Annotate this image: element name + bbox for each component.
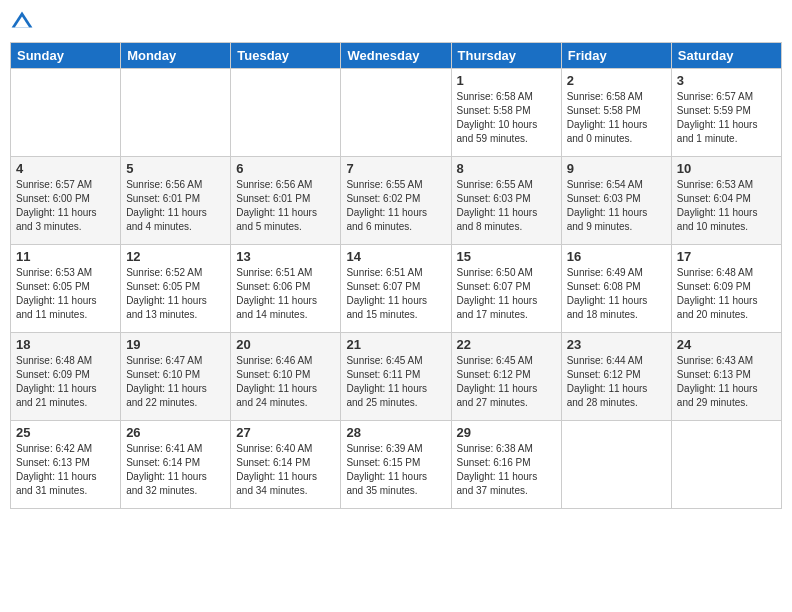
day-number: 22 bbox=[457, 337, 556, 352]
week-row-5: 25Sunrise: 6:42 AM Sunset: 6:13 PM Dayli… bbox=[11, 421, 782, 509]
day-info: Sunrise: 6:48 AM Sunset: 6:09 PM Dayligh… bbox=[16, 354, 115, 410]
day-header-tuesday: Tuesday bbox=[231, 43, 341, 69]
day-number: 9 bbox=[567, 161, 666, 176]
calendar-header-row: SundayMondayTuesdayWednesdayThursdayFrid… bbox=[11, 43, 782, 69]
day-number: 21 bbox=[346, 337, 445, 352]
week-row-3: 11Sunrise: 6:53 AM Sunset: 6:05 PM Dayli… bbox=[11, 245, 782, 333]
day-number: 4 bbox=[16, 161, 115, 176]
day-info: Sunrise: 6:57 AM Sunset: 6:00 PM Dayligh… bbox=[16, 178, 115, 234]
day-number: 10 bbox=[677, 161, 776, 176]
calendar-cell: 18Sunrise: 6:48 AM Sunset: 6:09 PM Dayli… bbox=[11, 333, 121, 421]
calendar-cell: 23Sunrise: 6:44 AM Sunset: 6:12 PM Dayli… bbox=[561, 333, 671, 421]
day-number: 16 bbox=[567, 249, 666, 264]
calendar-cell: 17Sunrise: 6:48 AM Sunset: 6:09 PM Dayli… bbox=[671, 245, 781, 333]
logo-icon bbox=[10, 10, 34, 34]
day-number: 2 bbox=[567, 73, 666, 88]
day-number: 24 bbox=[677, 337, 776, 352]
calendar-cell: 22Sunrise: 6:45 AM Sunset: 6:12 PM Dayli… bbox=[451, 333, 561, 421]
day-number: 1 bbox=[457, 73, 556, 88]
calendar-cell: 24Sunrise: 6:43 AM Sunset: 6:13 PM Dayli… bbox=[671, 333, 781, 421]
day-info: Sunrise: 6:39 AM Sunset: 6:15 PM Dayligh… bbox=[346, 442, 445, 498]
day-number: 23 bbox=[567, 337, 666, 352]
day-number: 7 bbox=[346, 161, 445, 176]
calendar-cell: 28Sunrise: 6:39 AM Sunset: 6:15 PM Dayli… bbox=[341, 421, 451, 509]
day-number: 28 bbox=[346, 425, 445, 440]
day-number: 19 bbox=[126, 337, 225, 352]
day-info: Sunrise: 6:58 AM Sunset: 5:58 PM Dayligh… bbox=[567, 90, 666, 146]
day-number: 3 bbox=[677, 73, 776, 88]
calendar-cell: 27Sunrise: 6:40 AM Sunset: 6:14 PM Dayli… bbox=[231, 421, 341, 509]
calendar-cell: 1Sunrise: 6:58 AM Sunset: 5:58 PM Daylig… bbox=[451, 69, 561, 157]
day-number: 11 bbox=[16, 249, 115, 264]
calendar-cell bbox=[341, 69, 451, 157]
day-info: Sunrise: 6:58 AM Sunset: 5:58 PM Dayligh… bbox=[457, 90, 556, 146]
day-number: 17 bbox=[677, 249, 776, 264]
day-number: 29 bbox=[457, 425, 556, 440]
calendar-cell: 7Sunrise: 6:55 AM Sunset: 6:02 PM Daylig… bbox=[341, 157, 451, 245]
calendar-cell bbox=[671, 421, 781, 509]
calendar-cell: 16Sunrise: 6:49 AM Sunset: 6:08 PM Dayli… bbox=[561, 245, 671, 333]
calendar-cell bbox=[231, 69, 341, 157]
day-number: 25 bbox=[16, 425, 115, 440]
day-header-friday: Friday bbox=[561, 43, 671, 69]
day-header-monday: Monday bbox=[121, 43, 231, 69]
calendar-body: 1Sunrise: 6:58 AM Sunset: 5:58 PM Daylig… bbox=[11, 69, 782, 509]
calendar-cell: 13Sunrise: 6:51 AM Sunset: 6:06 PM Dayli… bbox=[231, 245, 341, 333]
day-number: 26 bbox=[126, 425, 225, 440]
calendar-cell: 8Sunrise: 6:55 AM Sunset: 6:03 PM Daylig… bbox=[451, 157, 561, 245]
week-row-1: 1Sunrise: 6:58 AM Sunset: 5:58 PM Daylig… bbox=[11, 69, 782, 157]
calendar-cell: 12Sunrise: 6:52 AM Sunset: 6:05 PM Dayli… bbox=[121, 245, 231, 333]
day-info: Sunrise: 6:52 AM Sunset: 6:05 PM Dayligh… bbox=[126, 266, 225, 322]
week-row-4: 18Sunrise: 6:48 AM Sunset: 6:09 PM Dayli… bbox=[11, 333, 782, 421]
day-number: 14 bbox=[346, 249, 445, 264]
day-number: 12 bbox=[126, 249, 225, 264]
calendar-cell bbox=[11, 69, 121, 157]
day-number: 18 bbox=[16, 337, 115, 352]
calendar-cell: 5Sunrise: 6:56 AM Sunset: 6:01 PM Daylig… bbox=[121, 157, 231, 245]
day-number: 8 bbox=[457, 161, 556, 176]
day-header-wednesday: Wednesday bbox=[341, 43, 451, 69]
day-number: 27 bbox=[236, 425, 335, 440]
day-info: Sunrise: 6:38 AM Sunset: 6:16 PM Dayligh… bbox=[457, 442, 556, 498]
header bbox=[10, 10, 782, 34]
day-info: Sunrise: 6:45 AM Sunset: 6:12 PM Dayligh… bbox=[457, 354, 556, 410]
calendar-cell: 4Sunrise: 6:57 AM Sunset: 6:00 PM Daylig… bbox=[11, 157, 121, 245]
day-number: 20 bbox=[236, 337, 335, 352]
day-header-saturday: Saturday bbox=[671, 43, 781, 69]
day-info: Sunrise: 6:54 AM Sunset: 6:03 PM Dayligh… bbox=[567, 178, 666, 234]
day-number: 5 bbox=[126, 161, 225, 176]
day-info: Sunrise: 6:55 AM Sunset: 6:03 PM Dayligh… bbox=[457, 178, 556, 234]
day-info: Sunrise: 6:55 AM Sunset: 6:02 PM Dayligh… bbox=[346, 178, 445, 234]
calendar-cell: 26Sunrise: 6:41 AM Sunset: 6:14 PM Dayli… bbox=[121, 421, 231, 509]
day-info: Sunrise: 6:53 AM Sunset: 6:04 PM Dayligh… bbox=[677, 178, 776, 234]
calendar-cell: 19Sunrise: 6:47 AM Sunset: 6:10 PM Dayli… bbox=[121, 333, 231, 421]
day-info: Sunrise: 6:46 AM Sunset: 6:10 PM Dayligh… bbox=[236, 354, 335, 410]
calendar-cell: 2Sunrise: 6:58 AM Sunset: 5:58 PM Daylig… bbox=[561, 69, 671, 157]
calendar-cell: 20Sunrise: 6:46 AM Sunset: 6:10 PM Dayli… bbox=[231, 333, 341, 421]
calendar-cell: 21Sunrise: 6:45 AM Sunset: 6:11 PM Dayli… bbox=[341, 333, 451, 421]
calendar-cell: 29Sunrise: 6:38 AM Sunset: 6:16 PM Dayli… bbox=[451, 421, 561, 509]
day-number: 6 bbox=[236, 161, 335, 176]
day-info: Sunrise: 6:44 AM Sunset: 6:12 PM Dayligh… bbox=[567, 354, 666, 410]
day-info: Sunrise: 6:53 AM Sunset: 6:05 PM Dayligh… bbox=[16, 266, 115, 322]
day-number: 15 bbox=[457, 249, 556, 264]
day-info: Sunrise: 6:48 AM Sunset: 6:09 PM Dayligh… bbox=[677, 266, 776, 322]
day-info: Sunrise: 6:49 AM Sunset: 6:08 PM Dayligh… bbox=[567, 266, 666, 322]
day-header-sunday: Sunday bbox=[11, 43, 121, 69]
calendar-cell: 11Sunrise: 6:53 AM Sunset: 6:05 PM Dayli… bbox=[11, 245, 121, 333]
day-info: Sunrise: 6:51 AM Sunset: 6:06 PM Dayligh… bbox=[236, 266, 335, 322]
calendar-cell: 10Sunrise: 6:53 AM Sunset: 6:04 PM Dayli… bbox=[671, 157, 781, 245]
calendar-table: SundayMondayTuesdayWednesdayThursdayFrid… bbox=[10, 42, 782, 509]
calendar-cell: 15Sunrise: 6:50 AM Sunset: 6:07 PM Dayli… bbox=[451, 245, 561, 333]
week-row-2: 4Sunrise: 6:57 AM Sunset: 6:00 PM Daylig… bbox=[11, 157, 782, 245]
calendar-cell bbox=[561, 421, 671, 509]
day-info: Sunrise: 6:51 AM Sunset: 6:07 PM Dayligh… bbox=[346, 266, 445, 322]
day-info: Sunrise: 6:40 AM Sunset: 6:14 PM Dayligh… bbox=[236, 442, 335, 498]
calendar-cell bbox=[121, 69, 231, 157]
day-header-thursday: Thursday bbox=[451, 43, 561, 69]
day-info: Sunrise: 6:56 AM Sunset: 6:01 PM Dayligh… bbox=[236, 178, 335, 234]
calendar-cell: 9Sunrise: 6:54 AM Sunset: 6:03 PM Daylig… bbox=[561, 157, 671, 245]
calendar-cell: 14Sunrise: 6:51 AM Sunset: 6:07 PM Dayli… bbox=[341, 245, 451, 333]
calendar-cell: 25Sunrise: 6:42 AM Sunset: 6:13 PM Dayli… bbox=[11, 421, 121, 509]
day-info: Sunrise: 6:50 AM Sunset: 6:07 PM Dayligh… bbox=[457, 266, 556, 322]
